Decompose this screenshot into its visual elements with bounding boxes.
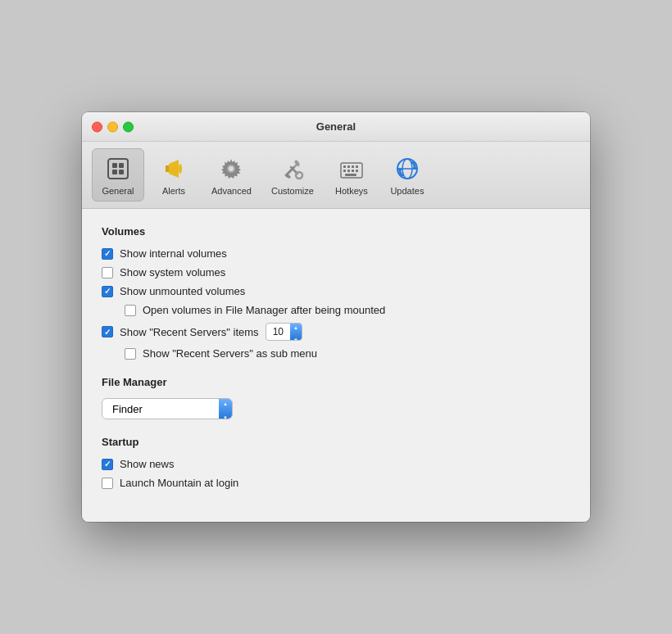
recent-servers-count-value: 10 [266, 324, 290, 340]
recent-servers-submenu-checkbox[interactable] [125, 348, 136, 360]
alerts-icon [159, 154, 188, 183]
volumes-section: Volumes Show internal volumes Show syste… [102, 225, 570, 360]
launch-at-login-label: Launch Mountain at login [120, 477, 238, 489]
tab-advanced[interactable]: Advanced [203, 149, 260, 201]
tab-advanced-label: Advanced [211, 186, 252, 196]
window-buttons [92, 121, 134, 132]
hotkeys-icon [337, 154, 366, 183]
svg-rect-17 [343, 170, 346, 172]
show-internal-checkbox[interactable] [102, 248, 113, 260]
svg-rect-16 [356, 165, 358, 168]
tab-general[interactable]: General [92, 148, 144, 202]
tab-customize-label: Customize [271, 186, 314, 196]
svg-rect-18 [347, 170, 350, 172]
file-manager-arrow-down [223, 410, 228, 419]
open-volumes-label: Open volumes in File Manager after being… [143, 304, 385, 316]
arrow-down-icon [293, 333, 298, 342]
tab-alerts-label: Alerts [162, 186, 185, 196]
maximize-button[interactable] [123, 121, 134, 132]
svg-rect-3 [112, 170, 117, 174]
recent-servers-row: Show "Recent Servers" items 10 [102, 323, 570, 341]
tab-updates[interactable]: Updates [381, 149, 434, 201]
tab-customize[interactable]: Customize [263, 149, 322, 201]
svg-rect-1 [112, 163, 117, 168]
show-unmounted-row: Show unmounted volumes [102, 285, 570, 297]
show-unmounted-label: Show unmounted volumes [120, 285, 245, 297]
svg-rect-13 [343, 165, 346, 168]
svg-rect-19 [352, 170, 354, 172]
launch-at-login-row: Launch Mountain at login [102, 477, 570, 489]
open-volumes-row: Open volumes in File Manager after being… [125, 304, 570, 316]
show-internal-label: Show internal volumes [120, 247, 227, 260]
svg-rect-14 [347, 165, 350, 168]
minimize-button[interactable] [107, 121, 118, 132]
show-internal-row: Show internal volumes [102, 247, 570, 260]
recent-servers-submenu-row: Show "Recent Servers" as sub menu [125, 347, 570, 360]
updates-icon [393, 154, 422, 183]
file-manager-value: Finder [102, 399, 219, 419]
show-news-row: Show news [102, 458, 570, 470]
recent-servers-submenu-label: Show "Recent Servers" as sub menu [143, 347, 317, 360]
close-button[interactable] [92, 121, 102, 132]
svg-rect-4 [119, 170, 124, 174]
titlebar: General [82, 112, 590, 142]
file-manager-title: File Manager [102, 376, 570, 388]
file-manager-dropdown[interactable]: Finder [102, 398, 233, 419]
svg-rect-2 [119, 163, 124, 168]
show-unmounted-checkbox[interactable] [102, 286, 113, 297]
tab-alerts[interactable]: Alerts [148, 149, 200, 201]
tab-updates-label: Updates [390, 186, 424, 196]
show-news-checkbox[interactable] [102, 459, 113, 470]
startup-title: Startup [102, 436, 570, 448]
recent-servers-label: Show "Recent Servers" items [120, 326, 259, 338]
show-system-row: Show system volumes [102, 266, 570, 279]
tab-hotkeys-label: Hotkeys [335, 186, 368, 196]
show-system-label: Show system volumes [120, 266, 225, 279]
tab-hotkeys[interactable]: Hotkeys [325, 149, 378, 201]
file-manager-section: File Manager Finder [102, 376, 570, 419]
tab-general-label: General [102, 186, 134, 196]
file-manager-arrows [219, 399, 232, 419]
show-news-label: Show news [120, 458, 174, 470]
svg-rect-0 [108, 159, 128, 179]
launch-at-login-checkbox[interactable] [102, 478, 113, 489]
startup-section: Startup Show news Launch Mountain at log… [102, 436, 570, 489]
advanced-icon [216, 154, 246, 183]
customize-icon [278, 154, 307, 183]
general-icon [103, 154, 133, 183]
arrow-up-icon [293, 323, 298, 332]
svg-point-11 [296, 172, 302, 179]
dropdown-arrows [290, 324, 302, 340]
toolbar: General Alerts [82, 142, 590, 209]
file-manager-arrow-up [223, 398, 228, 408]
svg-rect-20 [356, 170, 358, 172]
svg-point-8 [229, 166, 234, 171]
volumes-title: Volumes [102, 225, 570, 238]
window-title: General [316, 120, 356, 133]
show-system-checkbox[interactable] [102, 267, 113, 279]
svg-rect-21 [345, 174, 356, 176]
svg-rect-15 [352, 165, 354, 168]
recent-servers-count-dropdown[interactable]: 10 [266, 323, 302, 341]
main-window: General General [82, 112, 590, 522]
open-volumes-checkbox[interactable] [125, 305, 136, 316]
svg-point-5 [179, 164, 182, 174]
recent-servers-checkbox[interactable] [102, 326, 113, 337]
content-area: Volumes Show internal volumes Show syste… [82, 209, 590, 522]
